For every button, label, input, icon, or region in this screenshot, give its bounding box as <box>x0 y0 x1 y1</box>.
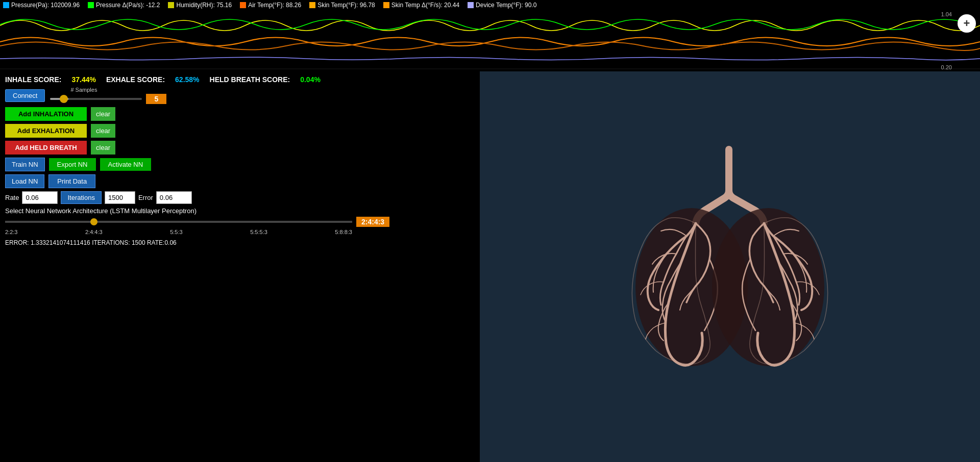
export-nn-button[interactable]: Export NN <box>49 158 96 171</box>
exhalation-row: Add EXHALATION clear <box>5 124 475 138</box>
connect-button[interactable]: Connect <box>5 89 45 102</box>
rate-label: Rate <box>5 194 19 201</box>
connect-row: Connect # Samples 5 <box>5 87 475 104</box>
samples-wrap: # Samples 5 <box>50 87 166 104</box>
device-temp-value: Device Temp(°F): 90.0 <box>476 2 536 9</box>
load-nn-button[interactable]: Load NN <box>5 174 44 188</box>
held-breath-row: Add HELD BREATH clear <box>5 141 475 155</box>
iterations-input[interactable] <box>105 191 135 204</box>
nn-option-2: 5:5:3 <box>170 229 182 235</box>
nn-option-3: 5:5:5:3 <box>250 229 267 235</box>
add-held-breath-button[interactable]: Add HELD BREATH <box>5 141 87 155</box>
pressure-dot <box>3 2 9 8</box>
skin-temp-delta-dot <box>383 2 389 8</box>
status-bar: ERROR: 1.3332141074111416 ITERATIONS: 15… <box>5 238 475 247</box>
activate-nn-button[interactable]: Activate NN <box>100 158 152 171</box>
nn-arch-slider[interactable] <box>5 221 352 223</box>
nn-option-4: 5:8:8:3 <box>335 229 352 235</box>
sensor-humidity: Humidity(RH): 75.16 <box>168 2 232 9</box>
inhale-score-label: INHALE SCORE: <box>5 75 61 84</box>
exhale-score-label: EXHALE SCORE: <box>106 75 165 84</box>
samples-value: 5 <box>146 94 166 104</box>
error-input[interactable] <box>156 191 192 204</box>
pressure-delta-dot <box>88 2 94 8</box>
sensor-device-temp: Device Temp(°F): 90.0 <box>468 2 536 9</box>
nn-arch-value: 2:4:4:3 <box>356 217 389 227</box>
add-exhalation-button[interactable]: Add EXHALATION <box>5 124 87 138</box>
left-panel: INHALE SCORE: 37.44% EXHALE SCORE: 62.58… <box>0 71 480 462</box>
lung-visualization <box>602 139 857 394</box>
exhale-score-value: 62.58% <box>175 75 199 84</box>
chart-svg <box>0 10 980 71</box>
pressure-delta-value: Pressure Δ(Pa/s): -12.2 <box>96 2 160 9</box>
sensor-pressure-delta: Pressure Δ(Pa/s): -12.2 <box>88 2 160 9</box>
sensor-bar: Pressure(Pa): 102009.96 Pressure Δ(Pa/s)… <box>0 0 980 10</box>
inhale-score-value: 37.44% <box>71 75 95 84</box>
sensor-air-temp: Air Temp(°F): 88.26 <box>240 2 301 9</box>
humidity-value: Humidity(RH): 75.16 <box>176 2 232 9</box>
skin-temp-value: Skin Temp(°F): 96.78 <box>317 2 375 9</box>
samples-slider[interactable] <box>50 98 142 100</box>
air-temp-dot <box>240 2 246 8</box>
rate-input[interactable] <box>22 191 58 204</box>
skin-temp-dot <box>309 2 315 8</box>
held-score-value: 0.04% <box>300 75 321 84</box>
samples-label: # Samples <box>70 87 97 93</box>
air-temp-value: Air Temp(°F): 88.26 <box>248 2 301 9</box>
chart-scale-bottom: 0.20 <box>941 64 952 70</box>
skin-temp-delta-value: Skin Temp Δ(°F/s): 20.44 <box>391 2 459 9</box>
pressure-value: Pressure(Pa): 102009.96 <box>11 2 80 9</box>
clear-exhalation-button[interactable]: clear <box>91 124 115 138</box>
rate-row: Rate Iterations Error <box>5 191 475 204</box>
right-panel <box>480 71 980 462</box>
training-row: Train NN Export NN Activate NN <box>5 158 475 171</box>
clear-inhalation-button[interactable]: clear <box>91 107 115 121</box>
sensor-skin-temp-delta: Skin Temp Δ(°F/s): 20.44 <box>383 2 459 9</box>
nn-slider-container: 2:4:4:3 <box>5 217 475 227</box>
load-row: Load NN Print Data <box>5 174 475 188</box>
nn-arch-label: Select Neural Network Architecture (LSTM… <box>5 207 475 215</box>
scores-row: INHALE SCORE: 37.44% EXHALE SCORE: 62.58… <box>5 75 475 84</box>
chart-area: 1.04 0.20 + <box>0 10 980 71</box>
sensor-skin-temp: Skin Temp(°F): 96.78 <box>309 2 375 9</box>
zoom-in-button[interactable]: + <box>958 14 976 33</box>
device-temp-dot <box>468 2 474 8</box>
humidity-dot <box>168 2 174 8</box>
train-nn-button[interactable]: Train NN <box>5 158 45 171</box>
sensor-pressure: Pressure(Pa): 102009.96 <box>3 2 80 9</box>
nn-option-1: 2:4:4:3 <box>85 229 103 235</box>
held-score-label: HELD BREATH SCORE: <box>210 75 290 84</box>
add-inhalation-button[interactable]: Add INHALATION <box>5 107 87 121</box>
nn-arch-options: 2:2:3 2:4:4:3 5:5:3 5:5:5:3 5:8:8:3 <box>5 229 352 235</box>
print-data-button[interactable]: Print Data <box>48 174 95 188</box>
chart-scale-top: 1.04 <box>941 11 952 17</box>
inhalation-row: Add INHALATION clear <box>5 107 475 121</box>
clear-held-button[interactable]: clear <box>91 141 115 155</box>
error-label: Error <box>138 194 153 201</box>
iterations-button[interactable]: Iterations <box>61 191 101 204</box>
nn-arch-section: Select Neural Network Architecture (LSTM… <box>5 207 475 235</box>
nn-option-0: 2:2:3 <box>5 229 17 235</box>
